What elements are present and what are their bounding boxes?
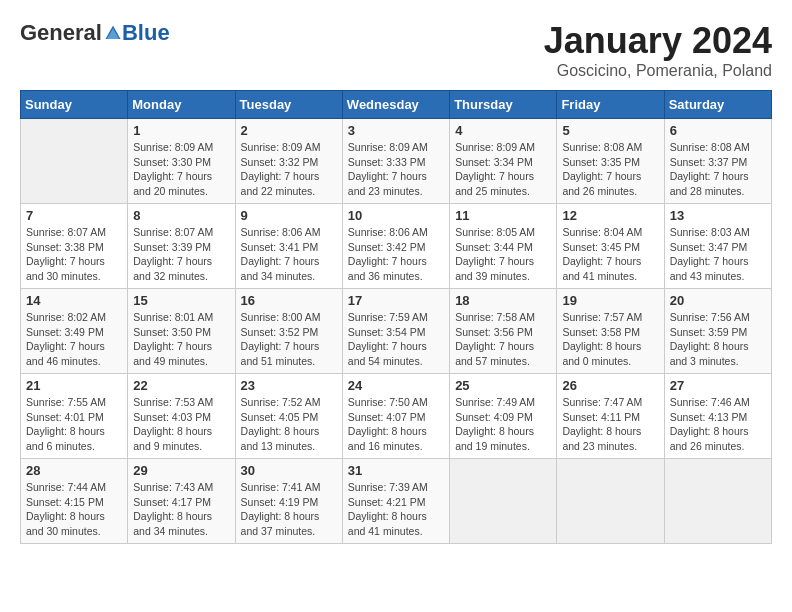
calendar-week-row: 14Sunrise: 8:02 AM Sunset: 3:49 PM Dayli…: [21, 289, 772, 374]
calendar-cell: 28Sunrise: 7:44 AM Sunset: 4:15 PM Dayli…: [21, 459, 128, 544]
calendar-cell: 10Sunrise: 8:06 AM Sunset: 3:42 PM Dayli…: [342, 204, 449, 289]
day-number: 4: [455, 123, 551, 138]
day-info: Sunrise: 8:06 AM Sunset: 3:42 PM Dayligh…: [348, 225, 444, 284]
calendar-week-row: 7Sunrise: 8:07 AM Sunset: 3:38 PM Daylig…: [21, 204, 772, 289]
calendar-cell: 11Sunrise: 8:05 AM Sunset: 3:44 PM Dayli…: [450, 204, 557, 289]
day-info: Sunrise: 7:55 AM Sunset: 4:01 PM Dayligh…: [26, 395, 122, 454]
calendar-cell: 25Sunrise: 7:49 AM Sunset: 4:09 PM Dayli…: [450, 374, 557, 459]
day-number: 7: [26, 208, 122, 223]
day-header-saturday: Saturday: [664, 91, 771, 119]
calendar-cell: 26Sunrise: 7:47 AM Sunset: 4:11 PM Dayli…: [557, 374, 664, 459]
calendar-cell: [21, 119, 128, 204]
day-info: Sunrise: 8:03 AM Sunset: 3:47 PM Dayligh…: [670, 225, 766, 284]
day-info: Sunrise: 7:56 AM Sunset: 3:59 PM Dayligh…: [670, 310, 766, 369]
day-number: 14: [26, 293, 122, 308]
day-info: Sunrise: 8:04 AM Sunset: 3:45 PM Dayligh…: [562, 225, 658, 284]
day-info: Sunrise: 7:47 AM Sunset: 4:11 PM Dayligh…: [562, 395, 658, 454]
calendar-cell: 12Sunrise: 8:04 AM Sunset: 3:45 PM Dayli…: [557, 204, 664, 289]
calendar-cell: 15Sunrise: 8:01 AM Sunset: 3:50 PM Dayli…: [128, 289, 235, 374]
day-number: 27: [670, 378, 766, 393]
calendar-cell: [557, 459, 664, 544]
day-number: 29: [133, 463, 229, 478]
day-number: 17: [348, 293, 444, 308]
day-info: Sunrise: 7:43 AM Sunset: 4:17 PM Dayligh…: [133, 480, 229, 539]
day-number: 5: [562, 123, 658, 138]
calendar-title: January 2024: [544, 20, 772, 62]
logo: General Blue: [20, 20, 170, 46]
calendar-cell: 9Sunrise: 8:06 AM Sunset: 3:41 PM Daylig…: [235, 204, 342, 289]
calendar-cell: 24Sunrise: 7:50 AM Sunset: 4:07 PM Dayli…: [342, 374, 449, 459]
calendar-cell: 4Sunrise: 8:09 AM Sunset: 3:34 PM Daylig…: [450, 119, 557, 204]
day-info: Sunrise: 7:50 AM Sunset: 4:07 PM Dayligh…: [348, 395, 444, 454]
day-header-wednesday: Wednesday: [342, 91, 449, 119]
day-number: 16: [241, 293, 337, 308]
day-header-sunday: Sunday: [21, 91, 128, 119]
calendar-cell: 16Sunrise: 8:00 AM Sunset: 3:52 PM Dayli…: [235, 289, 342, 374]
day-header-tuesday: Tuesday: [235, 91, 342, 119]
day-number: 2: [241, 123, 337, 138]
day-number: 30: [241, 463, 337, 478]
day-number: 20: [670, 293, 766, 308]
calendar-table: SundayMondayTuesdayWednesdayThursdayFrid…: [20, 90, 772, 544]
title-block: January 2024 Goscicino, Pomerania, Polan…: [544, 20, 772, 80]
day-info: Sunrise: 8:09 AM Sunset: 3:32 PM Dayligh…: [241, 140, 337, 199]
day-number: 21: [26, 378, 122, 393]
day-info: Sunrise: 7:57 AM Sunset: 3:58 PM Dayligh…: [562, 310, 658, 369]
day-number: 28: [26, 463, 122, 478]
day-info: Sunrise: 7:49 AM Sunset: 4:09 PM Dayligh…: [455, 395, 551, 454]
day-number: 18: [455, 293, 551, 308]
calendar-cell: 6Sunrise: 8:08 AM Sunset: 3:37 PM Daylig…: [664, 119, 771, 204]
day-info: Sunrise: 8:09 AM Sunset: 3:30 PM Dayligh…: [133, 140, 229, 199]
calendar-cell: 22Sunrise: 7:53 AM Sunset: 4:03 PM Dayli…: [128, 374, 235, 459]
calendar-cell: 5Sunrise: 8:08 AM Sunset: 3:35 PM Daylig…: [557, 119, 664, 204]
day-number: 31: [348, 463, 444, 478]
calendar-cell: 17Sunrise: 7:59 AM Sunset: 3:54 PM Dayli…: [342, 289, 449, 374]
day-info: Sunrise: 7:59 AM Sunset: 3:54 PM Dayligh…: [348, 310, 444, 369]
calendar-cell: 8Sunrise: 8:07 AM Sunset: 3:39 PM Daylig…: [128, 204, 235, 289]
day-info: Sunrise: 8:00 AM Sunset: 3:52 PM Dayligh…: [241, 310, 337, 369]
calendar-week-row: 28Sunrise: 7:44 AM Sunset: 4:15 PM Dayli…: [21, 459, 772, 544]
day-info: Sunrise: 8:08 AM Sunset: 3:35 PM Dayligh…: [562, 140, 658, 199]
day-header-friday: Friday: [557, 91, 664, 119]
calendar-cell: 30Sunrise: 7:41 AM Sunset: 4:19 PM Dayli…: [235, 459, 342, 544]
page-header: General Blue January 2024 Goscicino, Pom…: [20, 20, 772, 80]
day-info: Sunrise: 8:06 AM Sunset: 3:41 PM Dayligh…: [241, 225, 337, 284]
day-info: Sunrise: 7:52 AM Sunset: 4:05 PM Dayligh…: [241, 395, 337, 454]
day-info: Sunrise: 8:09 AM Sunset: 3:33 PM Dayligh…: [348, 140, 444, 199]
day-number: 23: [241, 378, 337, 393]
calendar-cell: 13Sunrise: 8:03 AM Sunset: 3:47 PM Dayli…: [664, 204, 771, 289]
calendar-cell: 27Sunrise: 7:46 AM Sunset: 4:13 PM Dayli…: [664, 374, 771, 459]
logo-blue-text: Blue: [122, 20, 170, 46]
calendar-cell: 31Sunrise: 7:39 AM Sunset: 4:21 PM Dayli…: [342, 459, 449, 544]
day-number: 15: [133, 293, 229, 308]
day-number: 8: [133, 208, 229, 223]
calendar-location: Goscicino, Pomerania, Poland: [544, 62, 772, 80]
day-number: 25: [455, 378, 551, 393]
calendar-week-row: 1Sunrise: 8:09 AM Sunset: 3:30 PM Daylig…: [21, 119, 772, 204]
day-info: Sunrise: 8:07 AM Sunset: 3:38 PM Dayligh…: [26, 225, 122, 284]
day-header-thursday: Thursday: [450, 91, 557, 119]
day-info: Sunrise: 8:09 AM Sunset: 3:34 PM Dayligh…: [455, 140, 551, 199]
calendar-cell: 19Sunrise: 7:57 AM Sunset: 3:58 PM Dayli…: [557, 289, 664, 374]
day-number: 1: [133, 123, 229, 138]
logo-icon: [104, 24, 122, 42]
day-header-monday: Monday: [128, 91, 235, 119]
day-number: 11: [455, 208, 551, 223]
day-number: 12: [562, 208, 658, 223]
calendar-cell: 14Sunrise: 8:02 AM Sunset: 3:49 PM Dayli…: [21, 289, 128, 374]
day-info: Sunrise: 7:41 AM Sunset: 4:19 PM Dayligh…: [241, 480, 337, 539]
day-info: Sunrise: 7:53 AM Sunset: 4:03 PM Dayligh…: [133, 395, 229, 454]
calendar-cell: 20Sunrise: 7:56 AM Sunset: 3:59 PM Dayli…: [664, 289, 771, 374]
day-number: 13: [670, 208, 766, 223]
calendar-header-row: SundayMondayTuesdayWednesdayThursdayFrid…: [21, 91, 772, 119]
calendar-cell: 29Sunrise: 7:43 AM Sunset: 4:17 PM Dayli…: [128, 459, 235, 544]
day-number: 10: [348, 208, 444, 223]
day-number: 3: [348, 123, 444, 138]
day-info: Sunrise: 8:08 AM Sunset: 3:37 PM Dayligh…: [670, 140, 766, 199]
day-info: Sunrise: 7:44 AM Sunset: 4:15 PM Dayligh…: [26, 480, 122, 539]
day-number: 19: [562, 293, 658, 308]
day-number: 9: [241, 208, 337, 223]
day-number: 6: [670, 123, 766, 138]
day-number: 24: [348, 378, 444, 393]
day-info: Sunrise: 8:01 AM Sunset: 3:50 PM Dayligh…: [133, 310, 229, 369]
